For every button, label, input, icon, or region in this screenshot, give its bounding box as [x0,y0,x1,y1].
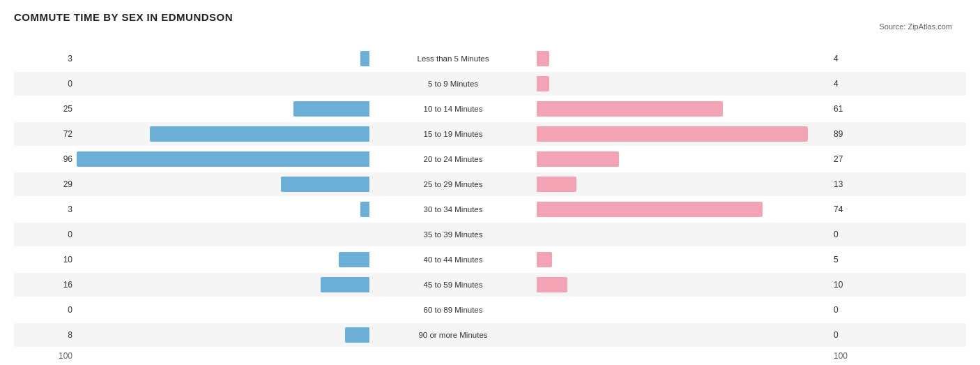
axis-bottom-right: 100 [829,351,871,361]
male-bar [360,51,369,66]
female-value: 10 [829,280,871,290]
male-value: 0 [14,79,77,89]
male-bar [150,126,369,142]
female-bar-container [537,202,829,217]
table-row: 3 Less than 5 Minutes 4 [14,47,966,70]
female-bar [537,252,552,267]
male-bar-container [77,126,369,142]
female-value: 4 [829,79,871,89]
table-row: 8 90 or more Minutes 0 [14,323,966,347]
male-value: 3 [14,204,77,214]
female-bar [537,126,808,142]
female-bar [537,101,723,117]
female-value: 0 [829,305,871,315]
male-bar-container [77,51,369,66]
female-bar-container [537,177,829,192]
table-row: 10 40 to 44 Minutes 5 [14,248,966,271]
female-value: 13 [829,179,871,189]
female-value: 89 [829,129,871,139]
category-label: 45 to 59 Minutes [369,281,537,289]
category-label: 5 to 9 Minutes [369,80,537,88]
female-value: 74 [829,204,871,214]
female-value: 27 [829,154,871,164]
male-bar [321,277,369,292]
table-row: 25 10 to 14 Minutes 61 [14,97,966,121]
category-label: 15 to 19 Minutes [369,130,537,138]
female-bar-container [537,151,829,167]
category-label: 60 to 89 Minutes [369,306,537,314]
table-row: 96 20 to 24 Minutes 27 [14,147,966,171]
female-bar [537,277,567,292]
male-bar-container [77,227,369,242]
male-bar-container [77,177,369,192]
male-bar-container [77,76,369,91]
male-bar [345,327,369,343]
female-bar-container [537,277,829,292]
male-value: 72 [14,129,77,139]
category-label: 30 to 34 Minutes [369,205,537,214]
male-value: 96 [14,154,77,164]
chart-area: 3 Less than 5 Minutes 4 0 5 to 9 Minutes… [14,29,966,364]
male-bar-container [77,277,369,292]
male-bar-container [77,252,369,267]
bars-container: 3 Less than 5 Minutes 4 0 5 to 9 Minutes… [14,47,966,347]
female-value: 0 [829,330,871,340]
male-bar [77,151,369,167]
category-label: 10 to 14 Minutes [369,105,537,113]
chart-title: COMMUTE TIME BY SEX IN EDMUNDSON [14,11,966,23]
category-label: 25 to 29 Minutes [369,180,537,188]
female-bar [537,151,619,167]
male-bar-container [77,202,369,217]
table-row: 0 5 to 9 Minutes 4 [14,72,966,96]
female-value: 0 [829,230,871,239]
female-bar [537,51,549,66]
male-bar [339,252,369,267]
female-bar-container [537,76,829,91]
category-label: 90 or more Minutes [369,331,537,339]
female-bar [537,177,576,192]
male-bar-container [77,327,369,343]
category-label: 35 to 39 Minutes [369,230,537,239]
male-bar [360,202,369,217]
category-label: Less than 5 Minutes [369,54,537,63]
female-bar-container [537,101,829,117]
male-value: 25 [14,104,77,114]
female-bar-container [537,126,829,142]
table-row: 0 35 to 39 Minutes 0 [14,223,966,246]
male-value: 10 [14,255,77,265]
male-value: 29 [14,179,77,189]
male-value: 8 [14,330,77,340]
female-bar-container [537,327,829,343]
female-bar-container [537,227,829,242]
axis-top-row [14,29,966,44]
table-row: 16 45 to 59 Minutes 10 [14,273,966,297]
female-bar-container [537,51,829,66]
category-label: 20 to 24 Minutes [369,155,537,163]
female-value: 5 [829,255,871,265]
female-bar-container [537,302,829,318]
female-bar [537,76,549,91]
axis-bottom-left: 100 [14,351,77,361]
male-value: 3 [14,54,77,64]
male-bar [293,101,369,117]
male-bar-container [77,302,369,318]
axis-bottom-row: 100 100 [14,348,966,364]
male-value: 16 [14,280,77,290]
table-row: 72 15 to 19 Minutes 89 [14,122,966,146]
male-bar [281,177,369,192]
table-row: 3 30 to 34 Minutes 74 [14,198,966,221]
table-row: 0 60 to 89 Minutes 0 [14,298,966,322]
female-bar-container [537,252,829,267]
female-value: 4 [829,54,871,64]
category-label: 40 to 44 Minutes [369,255,537,264]
male-value: 0 [14,305,77,315]
male-bar-container [77,101,369,117]
female-bar [537,202,763,217]
table-row: 29 25 to 29 Minutes 13 [14,172,966,196]
male-bar-container [77,151,369,167]
male-value: 0 [14,230,77,239]
female-value: 61 [829,104,871,114]
